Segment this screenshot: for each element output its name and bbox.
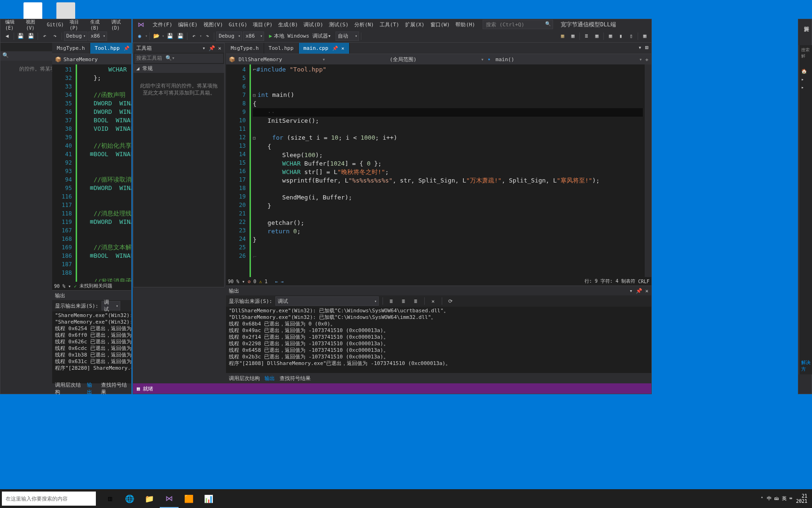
bottom-tabs: 调用层次结构输出查找符号结果 — [226, 373, 651, 383]
undo-icon[interactable]: ↶ — [40, 32, 49, 41]
task-view-icon[interactable]: ⊞ — [101, 489, 119, 508]
tool-icon[interactable]: ≣ — [399, 296, 408, 306]
line-gutter: 4567891011121314151617181920212223242526 — [226, 64, 250, 277]
bottom-tabs: 调用层次结构输出查找符号结果 — [52, 383, 131, 394]
output-header: 输出▾ 📌 ✕ — [226, 286, 651, 295]
pin-icon[interactable]: 📌 — [332, 46, 338, 51]
tool-icon[interactable]: ▮ — [616, 32, 625, 41]
ppt-icon[interactable]: 📊 — [199, 489, 218, 508]
status-ready: ▦ 就绪 — [137, 385, 153, 392]
run-button[interactable]: ▶本地 Windows 调试器 ▾ — [265, 32, 335, 41]
toolbar: ◉▾ 📂▾ 💾 💾 ↶▾ ↷ Debug x86 ▶本地 Windows 调试器… — [133, 30, 651, 43]
open-icon[interactable]: 📂 — [152, 32, 161, 41]
nav-back-icon[interactable]: ◉ — [135, 32, 144, 41]
nav-back-icon[interactable]: ◀ — [2, 32, 12, 41]
tool-icon[interactable]: ▦ — [640, 32, 649, 41]
vs-icon[interactable]: ⋈ — [160, 489, 179, 508]
output-header: 输出 — [52, 291, 131, 300]
code-editor[interactable]: WCHAR m }; //函数声明 DWORD WINAP DWORD WINA… — [77, 64, 131, 282]
toolbox-search[interactable]: 搜索工具箱 🔍▾ — [134, 54, 223, 63]
tab-overflow-icon[interactable]: ▾ ⊞ — [635, 43, 651, 54]
platform-combo[interactable]: x86 — [88, 32, 107, 41]
bc-scope[interactable]: (全局范围) — [390, 56, 416, 63]
editor-tabs: MsgType.h Tool.hpp📌 — [52, 43, 131, 54]
panel-controls[interactable]: ▾ 📌 ✕ — [630, 288, 649, 294]
clear-icon[interactable]: ✕ — [429, 296, 438, 306]
vs-logo-icon: ⋈ — [135, 20, 147, 29]
toolbox-title: 工具箱 — [136, 45, 152, 52]
toolbox-group[interactable]: ◢ 常规 — [133, 64, 224, 73]
editor-tabs: MsgType.h Tool.hpp main.cpp📌✕ ▾ ⊞ — [226, 43, 651, 54]
editor-status: 90 %▾ ⊘0 ⚠1 ← → 行: 9字符: 4制表符CRLF — [226, 277, 651, 286]
system-tray[interactable]: ˄ 中 🖮 英 ⌨ 212021 — [756, 493, 812, 504]
nav-next-icon[interactable]: → — [281, 279, 283, 284]
save-icon[interactable]: 💾 — [16, 32, 25, 41]
output-toolbar: 显示输出来源(S): 调试 — [52, 300, 131, 311]
config-combo[interactable]: Debug — [64, 32, 87, 41]
close-icon[interactable]: 📌 — [124, 46, 129, 51]
toolbox-panel: 工具箱▾ 📌 ✕ 搜索工具箱 🔍▾ ◢ 常规 此组中没有可用的控件。将某项拖至此… — [133, 43, 225, 287]
tab-tool[interactable]: Tool.hpp📌 — [90, 43, 134, 54]
output-toolbar: 显示输出来源(S): 调试 ≣≣≣ ✕ ⟳ — [226, 295, 651, 307]
run-mode-combo[interactable]: 自动 — [336, 32, 359, 41]
taskbar-search[interactable]: 在这里输入你要搜索的内容 — [2, 492, 96, 506]
close-icon[interactable]: ✕ — [342, 46, 344, 51]
output-source-combo[interactable]: 调试 — [275, 296, 379, 306]
tool-icon[interactable]: ≣ — [582, 32, 591, 41]
toolbar: ◀ 💾 💾 ↶ ↷ Debug x86 — [0, 30, 131, 43]
app-icon[interactable]: 🟧 — [180, 489, 198, 508]
edge-icon[interactable]: 🌐 — [120, 489, 139, 508]
tool-icon[interactable]: ▦ — [568, 32, 578, 41]
tab-msgtype[interactable]: MsgType.h — [52, 43, 90, 54]
output-text[interactable]: "ShareMemory.exe"(Win32): 已加"ShareMemory… — [52, 311, 131, 373]
window-title: 宽字节通信模型DLL端 — [558, 20, 619, 30]
platform-combo[interactable]: x86 — [243, 32, 264, 41]
bc-function[interactable]: 🔹 main() — [486, 56, 514, 63]
minimap[interactable] — [645, 64, 651, 277]
output-text[interactable]: "DllShareMemory.exe"(Win32): 已加载"C:\Wind… — [226, 307, 651, 368]
code-editor[interactable]: ⌐#include #include "Tool.hpp""Tool.hpp" … — [251, 64, 645, 277]
vs-statusbar: ▦ 就绪 — [133, 383, 651, 394]
toolbox-empty: 此组中没有可用的控件。将某项拖至此文本可将其添加到工具箱。 — [133, 73, 224, 106]
tool-icon[interactable]: ▦ — [592, 32, 601, 41]
menubar: ⋈ 文件(F)编辑(E)视图(V)Git(G)项目(P)生成(B)调试(D)测试… — [133, 19, 651, 30]
tool-icon[interactable]: ▦ — [606, 32, 615, 41]
tab-tool[interactable]: Tool.hpp — [264, 43, 299, 54]
undo-icon[interactable]: ↶ — [189, 32, 199, 41]
tool-icon[interactable]: ▯ — [626, 32, 636, 41]
tool-icon[interactable]: ≣ — [387, 296, 396, 306]
breadcrumb: 📦 DllShareMemory ▾ (全局范围) ▾ 🔹 main() ▾ ✚ — [226, 54, 651, 64]
vs-window-left: 编辑(E)视图(V)Git(G)项目(P)生成(B)调试(D) ◀ 💾 💾 ↶ … — [0, 19, 132, 394]
search-input[interactable]: 搜索 (Ctrl+Q) — [483, 20, 553, 29]
taskbar: 在这里输入你要搜索的内容 ⊞ 🌐 📁 ⋈ 🟧 📊 ˄ 中 🖮 英 ⌨ 21202… — [0, 489, 812, 508]
panel-controls[interactable]: ▾ 📌 ✕ — [203, 45, 222, 51]
tab-msgtype[interactable]: MsgType.h — [226, 43, 264, 54]
explorer-icon[interactable]: 📁 — [140, 489, 159, 508]
output-source-combo[interactable]: 调试 — [102, 301, 120, 310]
tab-main[interactable]: main.cpp📌✕ — [299, 43, 350, 54]
save-icon[interactable]: 💾 — [165, 32, 175, 41]
config-combo[interactable]: Debug — [216, 32, 242, 41]
nav-prev-icon[interactable]: ← — [275, 279, 278, 284]
redo-icon[interactable]: ↷ — [203, 32, 212, 41]
],tool-icon[interactable]: ⟳ — [446, 296, 455, 306]
save-all-icon[interactable]: 💾 — [176, 32, 185, 41]
redo-icon[interactable]: ↷ — [50, 32, 60, 41]
tool-icon[interactable]: ▦ — [558, 32, 567, 41]
menubar: 编辑(E)视图(V)Git(G)项目(P)生成(B)调试(D) — [0, 19, 131, 30]
bc-project[interactable]: 📦 DllShareMemory — [229, 56, 282, 63]
line-gutter: 3132333435363738394041929394951161171181… — [52, 64, 76, 282]
editor-status: 90 %▾✓未找到相关问题 — [52, 282, 131, 290]
tool-icon[interactable]: ≣ — [411, 296, 421, 306]
vs-window-main: ⋈ 文件(F)编辑(E)视图(V)Git(G)项目(P)生成(B)调试(D)测试… — [133, 19, 652, 394]
tray-up-icon[interactable]: ˄ — [761, 496, 763, 501]
right-panel: 搜索解 🏠 ▸ ▸ 解决方 — [799, 45, 812, 374]
breadcrumb[interactable]: 📦 ShareMemory — [52, 54, 131, 64]
save-all-icon[interactable]: 💾 — [26, 32, 36, 41]
